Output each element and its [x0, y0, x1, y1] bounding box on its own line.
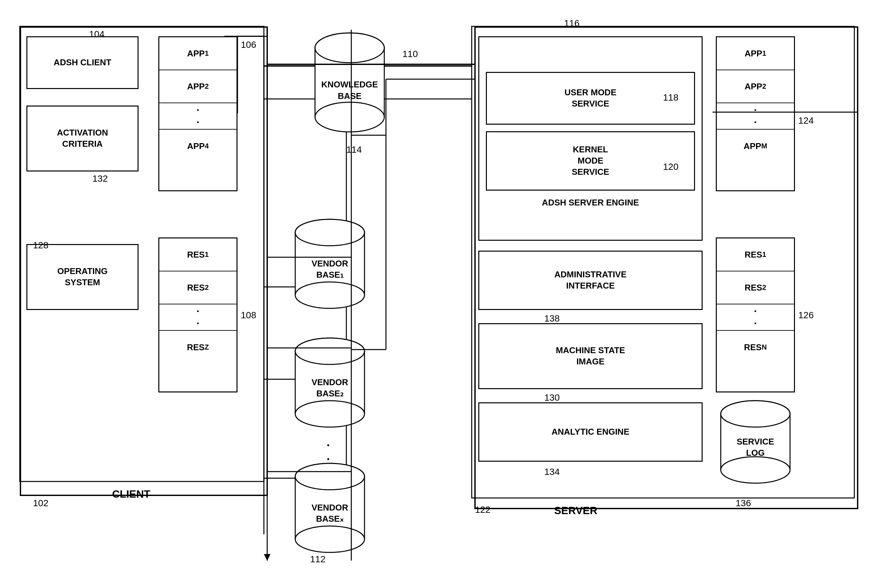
ref-102: 102 [33, 498, 48, 508]
svg-point-51 [721, 400, 790, 427]
res-dots-item: ·· [159, 304, 237, 331]
adsh-server-engine-box: USER MODESERVICE KERNELMODESERVICE ADSH … [478, 36, 702, 241]
adsh-client-text: ADSH CLIENT [54, 57, 111, 68]
svg-point-26 [295, 282, 365, 308]
app1-item: APP1 [159, 37, 237, 70]
app-dots-item: ·· [159, 103, 237, 130]
svg-text:VENDOR: VENDOR [311, 502, 348, 513]
svg-text:SERVICE: SERVICE [737, 436, 774, 447]
res1-item: RES1 [159, 238, 237, 272]
ref-136: 136 [735, 498, 751, 508]
ref-108: 108 [241, 310, 256, 321]
vendor-base1-cylinder: VENDOR BASE₁ [294, 218, 366, 316]
knowledge-base-cylinder: KNOWLEDGE BASE [314, 30, 386, 135]
ref-112: 112 [310, 554, 326, 565]
machine-state-image-text: MACHINE STATEIMAGE [556, 345, 625, 368]
kernel-mode-service-box: KERNELMODESERVICE [486, 131, 695, 190]
ref-130: 130 [544, 393, 560, 403]
ref-134: 134 [544, 466, 560, 477]
adsh-server-engine-label: ADSH SERVER ENGINE [479, 194, 702, 212]
svg-point-42 [295, 526, 365, 552]
svg-text:BASE₁: BASE₁ [316, 270, 344, 280]
svg-marker-59 [264, 554, 270, 561]
machine-state-image-box: MACHINE STATEIMAGE [478, 323, 702, 389]
svg-text:BASE: BASE [338, 91, 362, 101]
right-res-dots-item: ·· [717, 304, 794, 331]
app2-item: APP2 [159, 70, 237, 103]
activation-criteria-text: ACTIVATIONCRITERIA [57, 127, 108, 150]
svg-point-50 [721, 457, 790, 483]
analytic-engine-box: ANALYTIC ENGINE [478, 402, 702, 462]
svg-point-27 [295, 219, 365, 246]
ref-120: 120 [663, 162, 678, 172]
ref-110: 110 [402, 49, 418, 59]
diagram: CLIENT 102 ADSH CLIENT 104 ACTIVATIONCRI… [0, 0, 887, 588]
ref-114: 114 [346, 144, 362, 155]
operating-system-text: OPERATINGSYSTEM [57, 266, 108, 288]
right-app2-item: APP2 [717, 70, 794, 103]
client-label: CLIENT [112, 488, 150, 500]
svg-text:BASE₂: BASE₂ [316, 388, 344, 398]
res-stack: RES1 RES2 ·· RESZ [158, 237, 237, 393]
right-app-dots-item: ·· [717, 103, 794, 130]
svg-text:KNOWLEDGE: KNOWLEDGE [321, 80, 378, 89]
ref-132: 132 [92, 174, 108, 184]
right-apps-stack: APP1 APP2 ·· APPM [716, 36, 795, 191]
svg-text:VENDOR: VENDOR [311, 377, 348, 387]
ref-138: 138 [544, 313, 560, 324]
ref-116: 116 [564, 18, 579, 29]
svg-point-19 [315, 33, 384, 63]
right-res1-item: RES1 [717, 238, 794, 272]
adsh-client-box: ADSH CLIENT [26, 36, 138, 89]
service-log-cylinder: SERVICE LOG [719, 399, 792, 491]
ref-128: 128 [33, 240, 48, 250]
right-res-stack: RES1 RES2 ·· RESN [716, 237, 795, 393]
operating-system-box: OPERATINGSYSTEM [26, 244, 138, 310]
svg-point-35 [295, 338, 365, 364]
vendor-basex-cylinder: VENDOR BASEₓ [294, 462, 366, 561]
svg-text:LOG: LOG [746, 448, 765, 458]
administrative-interface-text: ADMINISTRATIVEINTERFACE [554, 269, 626, 291]
user-mode-service-text: USER MODESERVICE [564, 87, 616, 110]
activation-criteria-box: ACTIVATIONCRITERIA [26, 105, 138, 171]
svg-text:VENDOR: VENDOR [311, 258, 348, 268]
svg-point-43 [295, 464, 365, 490]
administrative-interface-box: ADMINISTRATIVEINTERFACE [478, 250, 702, 310]
ref-104: 104 [89, 29, 105, 40]
apps-stack: APP1 APP2 ·· APP4 [158, 36, 237, 191]
svg-point-34 [295, 400, 365, 427]
ref-124: 124 [798, 116, 814, 126]
app4-item: APP4 [159, 130, 237, 163]
svg-text:BASEₓ: BASEₓ [316, 514, 344, 524]
ref-106: 106 [241, 40, 256, 50]
right-res2-item: RES2 [717, 272, 794, 304]
server-label: SERVER [554, 505, 597, 517]
right-resn-item: RESN [717, 331, 794, 364]
res2-item: RES2 [159, 272, 237, 304]
right-app1-item: APP1 [717, 37, 794, 70]
ref-126: 126 [798, 310, 814, 321]
ref-122: 122 [475, 505, 491, 515]
ref-118: 118 [663, 92, 678, 103]
svg-point-18 [315, 102, 384, 132]
analytic-engine-text: ANALYTIC ENGINE [552, 426, 629, 438]
kernel-mode-service-text: KERNELMODESERVICE [572, 144, 609, 177]
right-appm-item: APPM [717, 130, 794, 163]
resz-item: RESZ [159, 331, 237, 364]
vendor-base2-cylinder: VENDOR BASE₂ [294, 336, 366, 435]
